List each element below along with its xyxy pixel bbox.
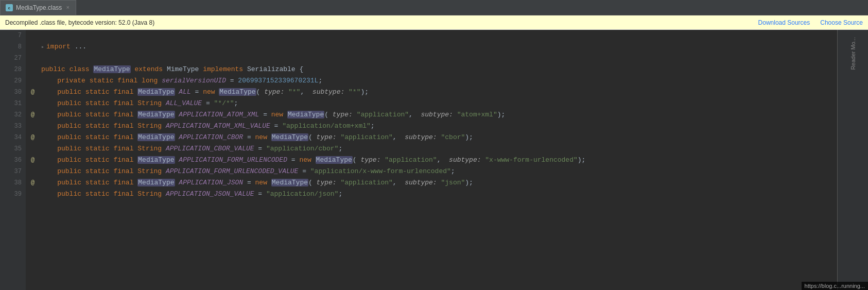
- editor-area: 7827282930313233343536373839 ▸import ...…: [0, 30, 868, 290]
- line-content: public class MediaType extends MimeType …: [41, 64, 303, 75]
- line-numbers-gutter: 7827282930313233343536373839: [0, 30, 26, 290]
- line-content: ▸import ...: [41, 41, 86, 53]
- annotation-marker: @: [31, 132, 41, 143]
- line-number: 31: [0, 98, 22, 109]
- download-sources-link[interactable]: Download Sources: [758, 19, 810, 26]
- line-number: 36: [0, 155, 22, 166]
- line-number: 7: [0, 30, 22, 41]
- line-content: public static final MediaType ALL = new …: [41, 87, 369, 98]
- annotation-marker: @: [31, 177, 41, 189]
- line-number: 38: [0, 177, 22, 189]
- code-content: ▸import ...public class MediaType extend…: [26, 30, 837, 290]
- decompile-info: Decompiled .class file, bytecode version…: [5, 19, 154, 26]
- tab-bar: c MediaType.class ×: [0, 0, 868, 15]
- line-content: public static final MediaType APPLICATIO…: [41, 177, 473, 189]
- code-line: private static final long serialVersionU…: [31, 75, 837, 87]
- line-content: public static final MediaType APPLICATIO…: [41, 132, 473, 143]
- code-line: public static final String ALL_VALUE = "…: [31, 98, 837, 109]
- code-line: public static final String APPLICATION_J…: [31, 189, 837, 200]
- code-line: @ public static final MediaType APPLICAT…: [31, 132, 837, 143]
- line-content: public static final MediaType APPLICATIO…: [41, 109, 505, 121]
- line-number: 27: [0, 53, 22, 64]
- line-content: public static final String APPLICATION_C…: [41, 143, 342, 155]
- info-bar: Decompiled .class file, bytecode version…: [0, 15, 868, 30]
- url-bar: https://blog.c...running...: [802, 282, 868, 290]
- line-content: public static final String ALL_VALUE = "…: [41, 98, 238, 109]
- code-line: @ public static final MediaType APPLICAT…: [31, 109, 837, 121]
- line-content: private static final long serialVersionU…: [41, 75, 322, 87]
- line-content: public static final String APPLICATION_A…: [41, 121, 375, 132]
- code-line: public static final String APPLICATION_F…: [31, 166, 837, 177]
- annotation-marker: @: [31, 155, 41, 166]
- line-number: 32: [0, 109, 22, 121]
- line-number: 35: [0, 143, 22, 155]
- info-bar-actions: Download Sources Choose Source: [758, 19, 863, 26]
- code-line: [31, 53, 837, 64]
- line-number: 30: [0, 87, 22, 98]
- line-content: public static final MediaType APPLICATIO…: [41, 155, 585, 166]
- code-line: [31, 30, 837, 41]
- line-number: 8: [0, 41, 22, 53]
- tab-mediatype[interactable]: c MediaType.class ×: [0, 0, 76, 15]
- line-content: public static final String APPLICATION_F…: [41, 166, 455, 177]
- reader-mode-label: Reader Mo...: [850, 37, 856, 70]
- choose-source-link[interactable]: Choose Source: [820, 19, 863, 26]
- tab-close-button[interactable]: ×: [65, 4, 71, 12]
- annotation-marker: @: [31, 87, 41, 98]
- code-line: ▸import ...: [31, 41, 837, 53]
- file-icon: c: [6, 4, 13, 11]
- code-line: @ public static final MediaType ALL = ne…: [31, 87, 837, 98]
- code-line: @ public static final MediaType APPLICAT…: [31, 155, 837, 166]
- code-line: @ public static final MediaType APPLICAT…: [31, 177, 837, 189]
- line-number: 29: [0, 75, 22, 87]
- code-line: public class MediaType extends MimeType …: [31, 64, 837, 75]
- line-number: 28: [0, 64, 22, 75]
- code-line: public static final String APPLICATION_C…: [31, 143, 837, 155]
- line-number: 39: [0, 189, 22, 200]
- annotation-marker: @: [31, 109, 41, 121]
- right-panel: Reader Mo...: [837, 30, 868, 290]
- line-number: 37: [0, 166, 22, 177]
- line-number: 34: [0, 132, 22, 143]
- code-line: public static final String APPLICATION_A…: [31, 121, 837, 132]
- tab-label: MediaType.class: [16, 4, 62, 11]
- line-content: public static final String APPLICATION_J…: [41, 189, 342, 200]
- line-number: 33: [0, 121, 22, 132]
